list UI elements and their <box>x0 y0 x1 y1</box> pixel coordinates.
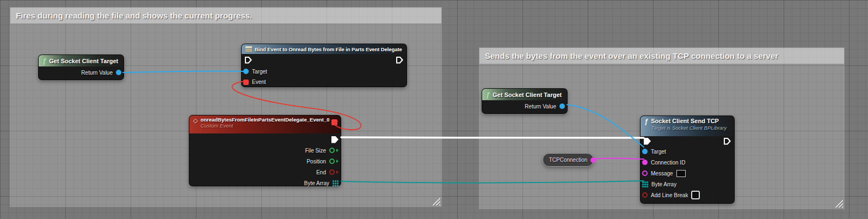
function-icon: ƒ <box>42 57 46 64</box>
add-line-break-pin[interactable] <box>642 192 648 198</box>
delegate-out-pin[interactable] <box>331 119 337 125</box>
pin-label: Position <box>306 159 326 165</box>
node-custom-event[interactable]: ◇ onreadBytesFromFileInPartsEventDelegat… <box>189 115 341 186</box>
node-get-socket-client-target-right[interactable]: ƒ Get Socket Client Target Return Value <box>482 88 568 114</box>
target-pin[interactable] <box>642 149 648 154</box>
node-subtitle: Target is Socket Client BPLibrary <box>651 125 727 131</box>
return-value-pin[interactable] <box>116 70 121 75</box>
byte-array-pin[interactable] <box>642 181 648 187</box>
byte-array-pin[interactable] <box>333 180 338 186</box>
pin-label: Byte Array <box>304 180 329 186</box>
add-line-break-checkbox[interactable] <box>691 191 700 199</box>
exec-in-pin[interactable] <box>644 138 651 145</box>
connection-id-pin[interactable] <box>642 160 648 165</box>
function-icon: ƒ <box>486 91 490 98</box>
message-pin[interactable] <box>642 171 648 176</box>
file-size-pin[interactable] <box>329 148 335 153</box>
target-pin[interactable] <box>243 69 249 74</box>
exec-out-pin[interactable] <box>331 136 338 143</box>
pin-label: Byte Array <box>651 181 676 187</box>
pin-arrow-icon <box>336 171 338 174</box>
comment-title: Sends the bytes from the event over an e… <box>485 51 778 60</box>
resize-handle-icon[interactable] <box>432 197 440 205</box>
exec-out-pin[interactable] <box>396 57 403 64</box>
pin-label: End <box>316 169 326 175</box>
comment-header[interactable]: Fires during reading the file and shows … <box>10 8 441 23</box>
resize-handle-icon[interactable] <box>835 199 843 208</box>
variable-label: TCPConnection <box>549 157 588 163</box>
exec-in-pin[interactable] <box>245 57 252 64</box>
node-get-socket-client-target-left[interactable]: ƒ Get Socket Client Target Return Value <box>38 54 124 80</box>
function-icon: ƒ <box>644 118 648 125</box>
node-subtitle: Custom Event <box>200 123 329 129</box>
node-title: Bind Event to Onread Bytes from File in … <box>255 46 402 52</box>
pin-label: Connection ID <box>651 160 685 166</box>
end-pin[interactable] <box>329 169 335 175</box>
comment-title: Fires during reading the file and shows … <box>16 11 252 20</box>
bind-event-icon <box>245 46 252 52</box>
pin-label: Add Line Break <box>651 192 688 198</box>
pin-label: File Size <box>305 148 326 154</box>
return-value-pin[interactable] <box>559 104 565 109</box>
pin-arrow-icon <box>336 160 338 163</box>
exec-out-pin[interactable] <box>724 138 731 145</box>
node-socket-client-send-tcp[interactable]: ƒ Socket Client Send TCP Target is Socke… <box>640 115 735 204</box>
event-delegate-pin[interactable] <box>243 80 249 85</box>
position-pin[interactable] <box>329 159 335 164</box>
pin-label: Target <box>651 149 666 155</box>
pin-label: Return Value <box>525 104 556 110</box>
pin-label: Message <box>651 171 673 177</box>
node-bind-event[interactable]: Bind Event to Onread Bytes from File in … <box>241 44 407 87</box>
node-tcp-connection-variable[interactable]: TCPConnection <box>543 153 594 167</box>
node-title: Get Socket Client Target <box>49 58 118 64</box>
node-title: Get Socket Client Target <box>493 92 562 98</box>
comment-header[interactable]: Sends the bytes from the event over an e… <box>479 48 844 64</box>
message-text-input[interactable] <box>676 170 686 177</box>
blueprint-canvas[interactable]: Fires during reading the file and shows … <box>0 0 868 219</box>
custom-event-icon: ◇ <box>193 118 198 124</box>
variable-out-pin[interactable] <box>590 157 596 163</box>
pin-label: Return Value <box>81 70 113 76</box>
pin-label: Target <box>252 69 267 75</box>
pin-arrow-icon <box>336 149 338 152</box>
pin-label: Event <box>252 79 266 85</box>
node-title: Socket Client Send TCP <box>651 118 727 125</box>
